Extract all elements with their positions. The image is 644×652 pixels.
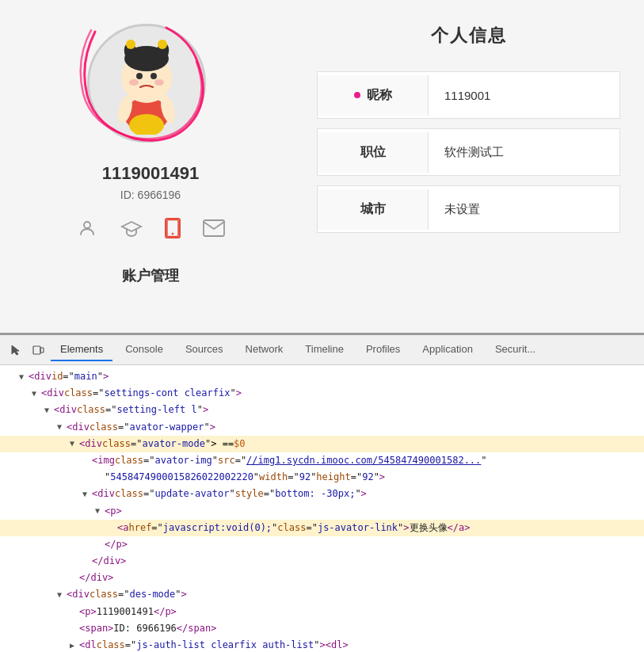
devtools-panel: Elements Console Sources Network Timelin…: [0, 333, 644, 652]
devtools-content: <div id="main" > <div class="settings-co…: [0, 365, 644, 652]
nickname-dot: [354, 92, 360, 98]
code-line-10: <a href="javascript:void(0);" class="js-…: [0, 520, 644, 536]
mail-icon[interactable]: [203, 217, 225, 239]
code-line-11: </p>: [0, 536, 644, 553]
tab-timeline[interactable]: Timeline: [295, 338, 353, 361]
svg-rect-19: [33, 346, 40, 354]
code-line-7: "5458474900015826022002220" width="92" h…: [0, 469, 644, 486]
person-icon[interactable]: [76, 217, 98, 239]
position-value: 软件测试工: [429, 133, 619, 172]
username: 1119001491: [102, 163, 199, 184]
city-value: 未设置: [429, 190, 619, 229]
code-line-13: </div>: [0, 570, 644, 586]
svg-point-17: [172, 233, 174, 235]
tab-application[interactable]: Application: [413, 338, 482, 361]
code-line-9: <p>: [0, 503, 644, 520]
cursor-icon[interactable]: [6, 341, 25, 360]
code-line-17: <dl class="js-auth-list clearfix auth-li…: [0, 637, 644, 652]
tab-sources[interactable]: Sources: [176, 338, 233, 361]
tab-network[interactable]: Network: [236, 338, 293, 361]
code-line-8: <div class="update-avator" style="bottom…: [0, 486, 644, 502]
code-line-2: <div class="settings-cont clearfix" >: [0, 385, 644, 402]
svg-point-9: [151, 73, 157, 79]
svg-marker-15: [122, 222, 141, 231]
account-manage-label: 账户管理: [122, 266, 179, 285]
svg-point-10: [129, 79, 139, 86]
avatar-image: [95, 32, 198, 135]
user-id: ID: 6966196: [120, 189, 181, 201]
position-label: 职位: [318, 132, 429, 173]
tab-profiles[interactable]: Profiles: [356, 338, 410, 361]
avatar: [87, 24, 206, 143]
device-icon[interactable]: [29, 341, 48, 360]
code-line-16: <span> ID: 6966196 </span>: [0, 620, 644, 637]
mobile-icon[interactable]: [165, 218, 181, 238]
code-line-5: <div class="avator-mode" > == $0: [0, 436, 644, 452]
nickname-value: 1119001: [429, 77, 619, 114]
graduate-icon[interactable]: [120, 217, 143, 239]
svg-point-5: [126, 40, 135, 49]
tab-security[interactable]: Securit...: [486, 338, 545, 361]
code-line-1: <div id="main" >: [0, 368, 644, 385]
nickname-label: 昵称: [318, 75, 429, 116]
code-line-12: </div>: [0, 553, 644, 570]
code-line-4: <div class="avator-wapper" >: [0, 419, 644, 436]
city-label: 城市: [318, 189, 429, 230]
svg-point-8: [136, 73, 143, 79]
city-row: 城市 未设置: [317, 185, 620, 233]
code-line-14: <div class="des-mode" >: [0, 586, 644, 603]
code-line-3: <div class="setting-left l" >: [0, 402, 644, 418]
code-line-15: <p> 1119001491 </p>: [0, 604, 644, 620]
page-title: 个人信息: [317, 24, 620, 48]
code-line-6: <img class="avator-img" src="//img1.sycd…: [0, 452, 644, 469]
svg-point-7: [158, 40, 167, 49]
tab-elements[interactable]: Elements: [51, 338, 112, 361]
svg-point-11: [154, 79, 164, 86]
position-row: 职位 软件测试工: [317, 128, 620, 176]
icon-row: [76, 217, 225, 239]
nickname-row: 昵称 1119001: [317, 71, 620, 119]
svg-point-14: [84, 222, 90, 228]
left-panel: 1119001491 ID: 6966196: [0, 0, 301, 333]
svg-rect-20: [40, 348, 44, 353]
devtools-toolbar: Elements Console Sources Network Timelin…: [0, 335, 644, 365]
avatar-container: [87, 24, 214, 151]
right-panel: 个人信息 昵称 1119001 职位 软件测试工 城市 未设置: [301, 0, 644, 333]
tab-console[interactable]: Console: [116, 338, 173, 361]
